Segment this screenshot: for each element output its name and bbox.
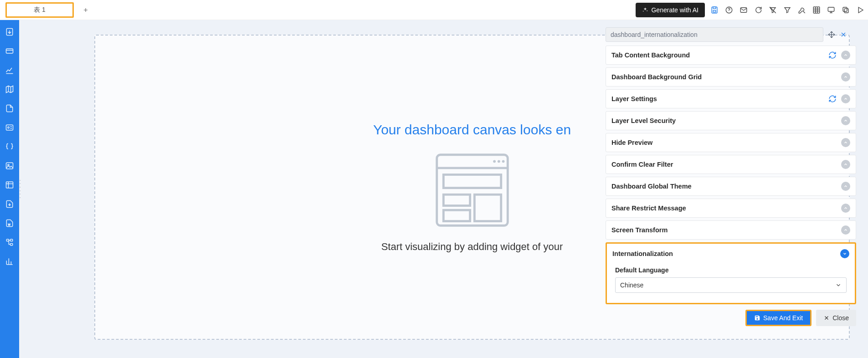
document-icon[interactable] xyxy=(5,104,14,113)
table-icon[interactable] xyxy=(5,180,14,189)
chevron-up-icon[interactable] xyxy=(841,182,850,191)
chevron-up-icon[interactable] xyxy=(841,225,850,235)
save-exit-button[interactable]: Save And Exit xyxy=(745,310,812,326)
refresh-icon[interactable] xyxy=(828,51,837,59)
card-icon[interactable] xyxy=(5,46,14,56)
chevron-up-icon[interactable] xyxy=(841,51,850,60)
svg-rect-7 xyxy=(844,9,848,13)
section-row[interactable]: Tab Content Background xyxy=(606,46,856,65)
tabs-container: 表 1 xyxy=(4,2,91,18)
default-language-value: Chinese xyxy=(620,281,643,289)
section-title: Share Restrict Message xyxy=(611,205,837,212)
help-icon[interactable] xyxy=(725,6,733,14)
sections-list: Tab Content BackgroundDashboard Backgrou… xyxy=(606,46,866,240)
tools-icon[interactable] xyxy=(798,6,806,14)
svg-point-22 xyxy=(502,160,504,163)
chevron-up-icon[interactable] xyxy=(841,204,850,213)
svg-rect-6 xyxy=(828,7,834,11)
line-chart-icon[interactable] xyxy=(5,66,14,75)
grid-icon[interactable] xyxy=(812,6,821,14)
section-internationalization[interactable]: Internationalization Default Language Ch… xyxy=(606,242,856,304)
contact-icon[interactable] xyxy=(5,123,14,132)
map-icon[interactable] xyxy=(5,85,14,94)
save-icon xyxy=(754,315,760,321)
section-title: Dashboard Background Grid xyxy=(611,73,837,81)
section-row[interactable]: Screen Transform xyxy=(606,220,856,240)
svg-point-20 xyxy=(493,160,496,163)
image-icon[interactable] xyxy=(5,161,14,170)
left-sidebar xyxy=(0,20,19,358)
close-panel-icon[interactable] xyxy=(840,31,847,38)
add-tab-button[interactable] xyxy=(80,5,91,15)
topbar: 表 1 Generate with AI xyxy=(0,0,868,20)
topbar-right: Generate with AI xyxy=(636,3,864,17)
chat-icon[interactable] xyxy=(754,6,762,14)
filter-off-icon[interactable] xyxy=(769,6,777,14)
section-title-intl: Internationalization xyxy=(612,250,836,257)
svg-rect-19 xyxy=(437,154,508,225)
sheet-tab[interactable]: 表 1 xyxy=(5,2,74,18)
section-title: Screen Transform xyxy=(611,226,837,234)
svg-rect-13 xyxy=(6,163,13,169)
refresh-icon[interactable] xyxy=(828,95,837,103)
braces-icon[interactable] xyxy=(5,142,14,151)
empty-dashboard-illustration xyxy=(432,150,512,230)
panel-footer: Save And Exit Close xyxy=(606,310,866,326)
sheet-tab-label: 表 1 xyxy=(34,6,46,14)
chevron-down-icon[interactable] xyxy=(840,249,849,258)
svg-point-21 xyxy=(497,160,500,163)
default-language-select[interactable]: Chinese xyxy=(615,277,847,293)
toolbar-icons xyxy=(710,6,864,14)
section-title: Tab Content Background xyxy=(611,51,825,59)
section-row[interactable]: Hide Preview xyxy=(606,133,856,152)
chevron-up-icon[interactable] xyxy=(841,160,850,169)
play-icon[interactable] xyxy=(856,6,864,14)
tree-icon[interactable] xyxy=(5,238,14,247)
close-button[interactable]: Close xyxy=(816,310,856,326)
file-export-icon[interactable] xyxy=(5,199,14,209)
svg-rect-25 xyxy=(474,194,501,221)
chevron-up-icon[interactable] xyxy=(841,94,850,103)
svg-rect-24 xyxy=(443,194,470,205)
svg-rect-17 xyxy=(10,239,13,241)
filter-icon[interactable] xyxy=(783,6,791,14)
section-row[interactable]: Layer Level Security xyxy=(606,111,856,130)
svg-rect-26 xyxy=(443,210,470,221)
section-row[interactable]: Confirm Clear Filter xyxy=(606,155,856,174)
canvas-empty-title: Your dashboard canvas looks en xyxy=(373,122,571,138)
move-icon[interactable] xyxy=(828,31,835,38)
chevron-up-icon[interactable] xyxy=(841,72,850,82)
section-row[interactable]: Layer Settings xyxy=(606,89,856,108)
import-icon[interactable] xyxy=(5,27,14,36)
chevron-up-icon[interactable] xyxy=(841,138,850,147)
copy-icon[interactable] xyxy=(842,6,850,14)
chevron-down-icon xyxy=(835,282,842,288)
svg-rect-1 xyxy=(713,7,716,9)
generate-ai-button[interactable]: Generate with AI xyxy=(636,3,705,17)
section-row[interactable]: Dashboard Global Theme xyxy=(606,177,856,196)
svg-rect-23 xyxy=(443,174,501,188)
close-button-label: Close xyxy=(832,314,849,322)
save-button-label: Save And Exit xyxy=(763,314,803,322)
section-title: Confirm Clear Filter xyxy=(611,161,837,168)
panel-header: dashboard_internationalization xyxy=(606,27,866,46)
word-icon[interactable] xyxy=(5,219,14,228)
section-title: Hide Preview xyxy=(611,139,837,146)
mail-icon[interactable] xyxy=(740,6,748,14)
bar-chart-icon[interactable] xyxy=(5,257,14,266)
svg-rect-18 xyxy=(10,244,13,245)
resize-handle[interactable] xyxy=(19,178,22,200)
svg-rect-15 xyxy=(6,182,13,188)
section-row[interactable]: Dashboard Background Grid xyxy=(606,67,856,87)
svg-point-12 xyxy=(8,127,9,128)
svg-rect-2 xyxy=(713,10,716,12)
save-icon[interactable] xyxy=(710,6,719,14)
section-title: Dashboard Global Theme xyxy=(611,183,837,190)
svg-rect-16 xyxy=(6,239,9,241)
monitor-icon[interactable] xyxy=(827,6,835,14)
canvas-empty-subtitle: Start visualizing by adding widget of yo… xyxy=(381,241,563,253)
chevron-up-icon[interactable] xyxy=(841,116,850,125)
dashboard-name-input[interactable]: dashboard_internationalization xyxy=(606,27,823,42)
dashboard-name-value: dashboard_internationalization xyxy=(611,31,698,38)
section-row[interactable]: Share Restrict Message xyxy=(606,199,856,218)
